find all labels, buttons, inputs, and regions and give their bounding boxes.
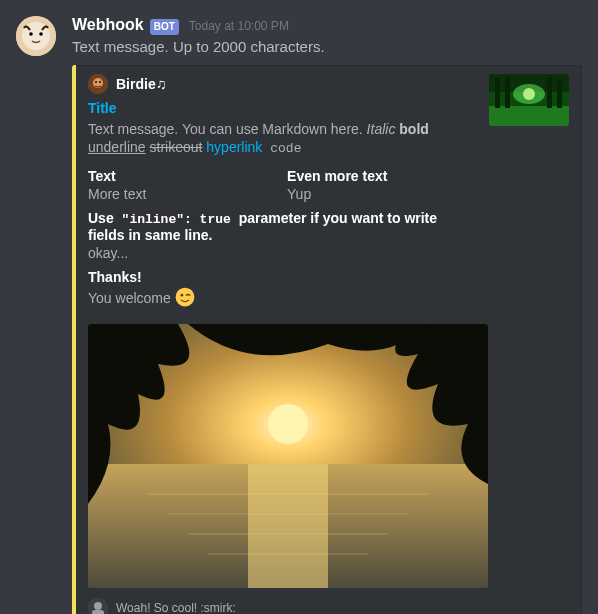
field-name: Use "inline": true parameter if you want…: [88, 210, 477, 243]
field-name: Text: [88, 168, 263, 184]
embed-author: Birdie♫: [88, 74, 477, 94]
embed-thumbnail[interactable]: [489, 74, 569, 126]
svg-point-2: [29, 32, 33, 36]
footer-text: Woah! So cool! :smirk:: [116, 601, 236, 614]
svg-rect-29: [92, 610, 104, 614]
username[interactable]: Webhook: [72, 16, 144, 34]
svg-rect-15: [547, 77, 552, 108]
message-header: Webhook BOT Today at 10:00 PM: [72, 16, 582, 35]
field-name: Thanks!: [88, 269, 477, 285]
svg-rect-22: [248, 464, 328, 588]
svg-point-8: [175, 288, 194, 307]
field-value: Yup: [287, 186, 462, 202]
svg-point-6: [95, 81, 97, 83]
svg-rect-11: [489, 106, 569, 126]
footer-icon: [88, 598, 108, 614]
svg-rect-16: [557, 79, 562, 108]
svg-rect-14: [505, 76, 510, 108]
embed-description: Text message. You can use Markdown here.…: [88, 120, 477, 158]
svg-point-7: [99, 81, 101, 83]
desc-italic: Italic: [367, 121, 396, 137]
field-value: You welcome: [88, 287, 477, 310]
svg-point-9: [180, 294, 183, 297]
desc-strikeout: strikeout: [150, 139, 203, 155]
embed-image[interactable]: [88, 324, 488, 588]
embed-field: Use "inline": true parameter if you want…: [88, 210, 477, 261]
embed-title[interactable]: Title: [88, 100, 477, 116]
field-name-prefix: Use: [88, 210, 118, 226]
embed: Birdie♫ Title Text message. You can use …: [72, 65, 582, 614]
desc-underline: underline: [88, 139, 146, 155]
field-value: okay...: [88, 245, 477, 261]
field-value-text: You welcome: [88, 290, 175, 306]
author-icon: [88, 74, 108, 94]
avatar: [16, 16, 56, 56]
wink-emoji-icon: [175, 287, 195, 310]
field-name: Even more text: [287, 168, 462, 184]
message-text: Text message. Up to 2000 characters.: [72, 37, 582, 57]
timestamp: Today at 10:00 PM: [189, 19, 289, 33]
embed-body: Birdie♫ Title Text message. You can use …: [76, 65, 582, 614]
message-content: Webhook BOT Today at 10:00 PM Text messa…: [72, 16, 582, 614]
desc-code: code: [266, 140, 305, 157]
discord-message: Webhook BOT Today at 10:00 PM Text messa…: [0, 0, 598, 614]
bot-tag: BOT: [150, 19, 179, 35]
desc-hyperlink[interactable]: hyperlink: [206, 139, 262, 155]
embed-footer: Woah! So cool! :smirk:: [88, 598, 569, 614]
svg-rect-13: [495, 78, 500, 108]
field-value: More text: [88, 186, 263, 202]
embed-field: Text More text: [88, 168, 263, 202]
desc-text: Text message. You can use Markdown here.: [88, 121, 367, 137]
svg-point-18: [523, 88, 535, 100]
field-name-code: "inline": true: [118, 211, 235, 228]
embed-fields: Text More text Even more text Yup Use "i…: [88, 168, 477, 318]
embed-field: Even more text Yup: [287, 168, 462, 202]
svg-point-28: [94, 602, 102, 610]
svg-point-21: [268, 404, 308, 444]
desc-bold: bold: [399, 121, 429, 137]
embed-field: Thanks! You welcome: [88, 269, 477, 310]
author-name: Birdie♫: [116, 76, 166, 92]
svg-point-3: [39, 32, 43, 36]
